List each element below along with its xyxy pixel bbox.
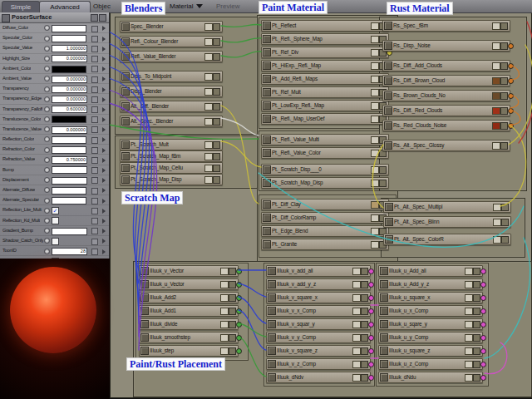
node-connector-dot[interactable]: [480, 295, 486, 301]
node-rs-diff-brown-cloud[interactable]: Rs._Diff._Brown_Cloud: [382, 75, 510, 86]
node-collapse-button[interactable]: [500, 107, 508, 115]
node-collapse-button[interactable]: [213, 118, 220, 126]
node-iiiuuk-divide[interactable]: IIIuuk_divide: [139, 318, 239, 330]
node-rs-alt-spec-glossy[interactable]: Rs._Alt._Spec._Glossy: [382, 140, 510, 151]
node-connector-dot[interactable]: [368, 375, 374, 381]
value-field[interactable]: [52, 177, 87, 185]
node-iiiuuk-add2[interactable]: IIIuuk_Add2: [139, 292, 239, 303]
node-collapse-button[interactable]: [473, 308, 480, 315]
arrow-icon[interactable]: [102, 219, 106, 224]
node-rs-diff-red-clouds[interactable]: Rs._Diff._Red_Clouds: [382, 105, 510, 116]
plug-icon[interactable]: [91, 36, 98, 42]
node-preview-chip[interactable]: [465, 281, 473, 288]
node-collapse-button[interactable]: [473, 281, 480, 288]
node-iiiuuk-u-vector[interactable]: IIIuuk_u_Vector: [139, 278, 239, 290]
node-connector-dot[interactable]: [368, 308, 374, 314]
node-preview-chip[interactable]: [220, 308, 229, 315]
dial-icon[interactable]: [44, 208, 50, 214]
dial-icon[interactable]: [44, 249, 50, 254]
node-preview-chip[interactable]: [220, 321, 229, 328]
arrow-icon[interactable]: [102, 107, 106, 112]
node-pt-scratch-disp-0[interactable]: Pt._Scratch_Disp___0: [261, 164, 389, 175]
plug-icon[interactable]: [91, 249, 98, 255]
color-swatch[interactable]: [52, 187, 86, 195]
node-iiiuuk-smoothstep[interactable]: IIIuuk_smoothstep: [139, 332, 239, 343]
dial-icon[interactable]: [44, 177, 50, 183]
arrow-icon[interactable]: [102, 158, 106, 163]
node-iiiuuk-add1[interactable]: IIIuuk_Add1: [139, 305, 239, 317]
node-collapse-button[interactable]: [500, 92, 508, 100]
arrow-icon[interactable]: [102, 239, 106, 244]
node-preview-chip[interactable]: [352, 281, 361, 288]
color-swatch[interactable]: [52, 66, 86, 73]
node-pt-lowexp-refl-map[interactable]: Pt._LowExp_Refl._Map: [261, 100, 389, 111]
plug-icon[interactable]: [91, 137, 98, 144]
plug-icon[interactable]: [91, 228, 98, 234]
value-field[interactable]: 0.000000: [52, 126, 87, 134]
node-collapse-button[interactable]: [361, 294, 368, 302]
node-collapse-button[interactable]: [361, 281, 368, 288]
plug-icon[interactable]: [91, 157, 98, 164]
dial-icon[interactable]: [44, 25, 50, 31]
dial-icon[interactable]: [44, 96, 50, 102]
preview-toggle[interactable]: Preview: [216, 2, 239, 10]
dial-icon[interactable]: [44, 106, 50, 112]
node-collapse-button[interactable]: [213, 73, 220, 81]
node-preview-chip[interactable]: [492, 22, 500, 30]
node-preview-chip[interactable]: [371, 150, 379, 157]
tab-simple[interactable]: Simple: [2, 1, 40, 12]
node-preview-chip[interactable]: [371, 136, 379, 144]
dial-icon[interactable]: [44, 147, 50, 153]
node-pt-scratch-mult[interactable]: Pt._Scratch_Mult: [120, 139, 223, 150]
dial-icon[interactable]: [44, 157, 50, 163]
node-pt-granite[interactable]: Pt._Granite: [261, 239, 389, 250]
node-preview-chip[interactable]: [371, 22, 379, 30]
node-collapse-button[interactable]: [500, 42, 508, 50]
node-connector-dot[interactable]: [236, 308, 242, 314]
node-collapse-button[interactable]: [501, 236, 509, 244]
node-connector-dot[interactable]: [236, 282, 242, 288]
node-rs-spec-fbm[interactable]: Rs._Spec._fBm: [382, 20, 510, 32]
arrow-icon[interactable]: [102, 199, 106, 204]
plug-icon[interactable]: [91, 56, 98, 62]
node-preview-chip[interactable]: [204, 23, 213, 31]
node-rs-disp-noise[interactable]: Rs._Disp._Noise: [382, 40, 510, 52]
node-collapse-button[interactable]: [473, 361, 480, 368]
node-collapse-button[interactable]: [229, 321, 236, 328]
node-collapse-button[interactable]: [213, 23, 220, 31]
plug-icon[interactable]: [91, 66, 98, 72]
node-spec-blender[interactable]: Spec._Blender: [120, 21, 223, 32]
plug-icon[interactable]: [91, 46, 98, 52]
dial-icon[interactable]: [44, 218, 50, 224]
plug-icon[interactable]: [91, 239, 98, 245]
value-field[interactable]: 0.600000: [52, 106, 87, 113]
node-iiiuuk-v-x-comp[interactable]: IIIuuk_v_x_Comp: [266, 305, 371, 317]
dial-icon[interactable]: [44, 86, 50, 92]
node-preview-chip[interactable]: [204, 88, 213, 96]
node-preview-chip[interactable]: [465, 347, 473, 355]
node-pt-scratch-map-disp[interactable]: Pt._Scratch_Map_Disp: [120, 174, 223, 185]
node-pt-add-refl-maps[interactable]: Pt._Add_Refl._Maps: [261, 73, 389, 85]
node-preview-chip[interactable]: [492, 142, 500, 150]
node-pt-scratch-map-disp[interactable]: Pt._Scratch_Map_Disp: [261, 177, 389, 189]
node-preview-chip[interactable]: [204, 141, 213, 149]
node-pt-diff-clay[interactable]: Pt._Diff_Clay: [261, 199, 389, 210]
plug-icon[interactable]: [91, 218, 98, 224]
node-pt-alt-spec-blinn[interactable]: Pt._Alt._Spec._Blinn: [383, 216, 511, 228]
arrow-icon[interactable]: [102, 249, 106, 254]
node-connector-dot[interactable]: [368, 282, 374, 288]
node-pt-refl-value-color[interactable]: Pt._Refl._Value_Color: [261, 147, 389, 159]
dial-icon[interactable]: [44, 136, 50, 142]
dial-icon[interactable]: [44, 238, 50, 244]
node-connector-dot[interactable]: [508, 63, 514, 69]
node-preview-chip[interactable]: [465, 308, 473, 315]
node-collapse-button[interactable]: [361, 268, 368, 275]
node-connector-dot[interactable]: [368, 335, 374, 341]
node-preview-chip[interactable]: [371, 76, 379, 83]
node-collapse-button[interactable]: [500, 77, 508, 85]
node-preview-chip[interactable]: [371, 36, 379, 43]
node-iiiuuk-v-squar-y[interactable]: IIIuuk_v_squar_y: [266, 318, 371, 330]
node-pt-reflect[interactable]: Pt._Reflect: [261, 20, 389, 32]
node-connector-dot[interactable]: [236, 335, 242, 341]
object-selector[interactable]: Objec: [93, 2, 111, 10]
